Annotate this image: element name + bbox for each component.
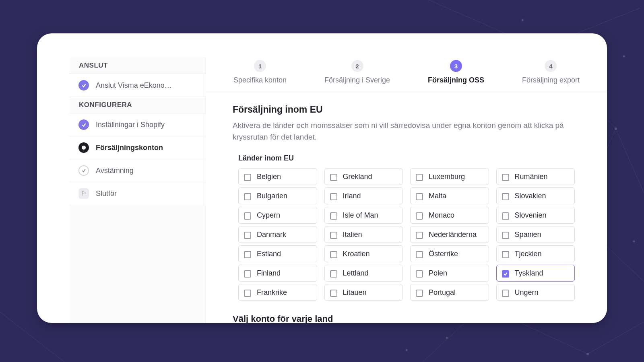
main-panel: 1Specifika konton2Försäljning i Sverige3…	[206, 58, 607, 323]
country-label: Spanien	[515, 230, 541, 239]
country-label: Rumänien	[515, 173, 548, 181]
country-item[interactable]: Monaco	[410, 207, 489, 224]
country-item[interactable]: Estland	[238, 245, 317, 262]
checkbox-icon	[502, 290, 509, 297]
config-card: ANSLUT Anslut Visma eEkono… KONFIGURERA …	[37, 33, 607, 323]
svg-point-11	[615, 128, 617, 130]
country-label: Litauen	[343, 288, 367, 297]
checkbox-icon	[416, 212, 423, 220]
country-label: Nederländerna	[429, 230, 477, 239]
country-item[interactable]: Cypern	[238, 207, 317, 224]
flag-icon: ⚐	[78, 188, 89, 199]
stepper: 1Specifika konton2Försäljning i Sverige3…	[206, 58, 607, 92]
country-item[interactable]: Luxemburg	[410, 168, 489, 185]
content-area: Försäljning inom EU Aktivera de länder o…	[206, 92, 607, 323]
country-item[interactable]: Irland	[324, 187, 403, 204]
checkbox-icon	[416, 270, 423, 278]
checkbox-icon	[416, 174, 423, 181]
sidebar-item-slutfor[interactable]: ⚐ Slutför	[69, 182, 206, 205]
checkbox-icon	[244, 251, 251, 258]
svg-point-18	[446, 337, 448, 339]
checkbox-icon	[330, 174, 337, 181]
countries-label: Länder inom EU	[238, 154, 580, 162]
checkbox-icon	[330, 270, 337, 278]
country-item[interactable]: Tyskland	[496, 265, 575, 282]
country-item[interactable]: Kroatien	[324, 245, 403, 262]
country-item[interactable]: Belgien	[238, 168, 317, 185]
country-label: Danmark	[257, 230, 286, 239]
country-item[interactable]: Finland	[238, 265, 317, 282]
step-number: 4	[545, 60, 557, 72]
country-item[interactable]: Portugal	[410, 284, 489, 301]
country-grid: BelgienBulgarienCypernDanmarkEstlandFinl…	[233, 168, 580, 301]
country-item[interactable]: Österrike	[410, 245, 489, 262]
country-item[interactable]: Spanien	[496, 226, 575, 243]
country-label: Polen	[429, 269, 447, 278]
country-item[interactable]: Ungern	[496, 284, 575, 301]
country-label: Finland	[257, 269, 281, 278]
svg-line-9	[588, 322, 644, 354]
step-label: Försäljning i Sverige	[324, 76, 390, 84]
country-item[interactable]: Tjeckien	[496, 245, 575, 262]
svg-point-19	[406, 349, 408, 351]
country-label: Ungern	[515, 288, 539, 297]
country-item[interactable]: Litauen	[324, 284, 403, 301]
country-item[interactable]: Slovakien	[496, 187, 575, 204]
country-item[interactable]: Danmark	[238, 226, 317, 243]
country-item[interactable]: Grekland	[324, 168, 403, 185]
checkbox-icon	[244, 290, 251, 297]
country-label: Italien	[343, 230, 362, 239]
checkbox-icon	[244, 193, 251, 200]
sidebar-item-installningar[interactable]: Inställningar i Shopify	[69, 113, 206, 136]
checkbox-icon	[502, 174, 509, 181]
country-label: Malta	[429, 192, 446, 200]
checkbox-icon	[502, 270, 509, 278]
country-item[interactable]: Slovenien	[496, 207, 575, 224]
sidebar-item-label: Försäljningskonton	[96, 144, 197, 152]
next-section-heading: Välj konto för varje land	[233, 314, 580, 323]
country-label: Belgien	[257, 173, 281, 181]
svg-line-3	[616, 129, 644, 193]
country-item[interactable]: Italien	[324, 226, 403, 243]
sidebar-item-avstamning[interactable]: Avstämning	[69, 159, 206, 182]
country-item[interactable]: Frankrike	[238, 284, 317, 301]
country-label: Lettland	[343, 269, 369, 278]
country-item[interactable]: Nederländerna	[410, 226, 489, 243]
country-label: Österrike	[429, 250, 458, 258]
checkbox-icon	[416, 290, 423, 297]
country-label: Slovakien	[515, 192, 546, 200]
checkmark-filled-icon	[78, 80, 89, 91]
sidebar: ANSLUT Anslut Visma eEkono… KONFIGURERA …	[69, 58, 206, 323]
checkbox-icon	[330, 212, 337, 220]
country-label: Cypern	[257, 211, 280, 220]
step-4[interactable]: 4Försäljning export	[522, 60, 580, 84]
sidebar-item-anslut-visma[interactable]: Anslut Visma eEkono…	[69, 74, 206, 97]
country-item[interactable]: Polen	[410, 265, 489, 282]
country-item[interactable]: Lettland	[324, 265, 403, 282]
country-item[interactable]: Malta	[410, 187, 489, 204]
country-item[interactable]: Rumänien	[496, 168, 575, 185]
checkbox-icon	[502, 251, 509, 258]
svg-point-15	[522, 19, 524, 21]
checkbox-icon	[330, 193, 337, 200]
sidebar-item-forsaljningskonton[interactable]: Försäljningskonton	[69, 136, 206, 159]
step-2[interactable]: 2Försäljning i Sverige	[324, 60, 390, 84]
checkbox-icon	[502, 193, 509, 200]
checkbox-icon	[416, 193, 423, 200]
country-label: Frankrike	[257, 288, 287, 297]
country-label: Monaco	[429, 211, 454, 220]
country-item[interactable]: Bulgarien	[238, 187, 317, 204]
country-label: Tyskland	[515, 269, 543, 278]
checkbox-icon	[416, 232, 423, 239]
country-label: Bulgarien	[257, 192, 287, 200]
checkbox-icon	[244, 212, 251, 220]
svg-point-14	[586, 353, 589, 355]
step-1[interactable]: 1Specifika konton	[233, 60, 287, 84]
sidebar-section-configure: KONFIGURERA	[69, 97, 206, 113]
step-3[interactable]: 3Försäljning OSS	[428, 60, 484, 84]
checkbox-icon	[416, 251, 423, 258]
step-label: Försäljning OSS	[428, 76, 484, 84]
checkmark-filled-icon	[78, 119, 89, 130]
country-item[interactable]: Isle of Man	[324, 207, 403, 224]
country-label: Kroatien	[343, 250, 370, 258]
